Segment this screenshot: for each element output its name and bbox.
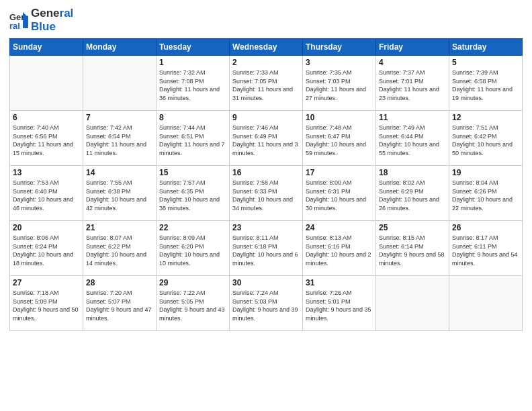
day-info: Sunrise: 7:20 AMSunset: 5:07 PMDaylight:… <box>86 289 153 322</box>
day-number: 28 <box>86 278 153 287</box>
weekday-header-friday: Friday <box>376 39 449 56</box>
calendar-cell <box>376 276 449 331</box>
day-info: Sunrise: 7:53 AMSunset: 6:40 PMDaylight:… <box>13 179 80 212</box>
day-number: 11 <box>379 113 446 122</box>
calendar-cell: 9Sunrise: 7:46 AMSunset: 6:49 PMDaylight… <box>230 111 303 166</box>
logo-general2: ral <box>60 7 74 19</box>
day-info: Sunrise: 7:24 AMSunset: 5:03 PMDaylight:… <box>232 289 300 322</box>
day-number: 26 <box>452 223 519 232</box>
day-info: Sunrise: 7:44 AMSunset: 6:51 PMDaylight:… <box>159 124 226 157</box>
calendar-week-5: 27Sunrise: 7:18 AMSunset: 5:09 PMDayligh… <box>10 276 523 331</box>
logo-icon: Gene ral <box>9 11 28 30</box>
calendar-cell: 16Sunrise: 7:58 AMSunset: 6:33 PMDayligh… <box>230 166 303 221</box>
day-info: Sunrise: 8:09 AMSunset: 6:20 PMDaylight:… <box>159 234 226 267</box>
calendar-cell: 26Sunrise: 8:17 AMSunset: 6:11 PMDayligh… <box>449 221 523 276</box>
day-number: 24 <box>306 223 373 232</box>
day-number: 30 <box>232 278 300 287</box>
day-number: 1 <box>159 58 226 67</box>
day-number: 16 <box>232 168 300 177</box>
day-number: 19 <box>452 168 519 177</box>
day-info: Sunrise: 7:37 AMSunset: 7:01 PMDaylight:… <box>379 68 446 102</box>
weekday-header-monday: Monday <box>83 39 157 56</box>
calendar-week-3: 13Sunrise: 7:53 AMSunset: 6:40 PMDayligh… <box>10 166 523 221</box>
day-number: 3 <box>306 58 373 67</box>
logo-general: Gene <box>31 7 60 19</box>
day-info: Sunrise: 7:33 AMSunset: 7:05 PMDaylight:… <box>232 68 300 102</box>
day-number: 29 <box>159 278 226 287</box>
day-info: Sunrise: 7:55 AMSunset: 6:38 PMDaylight:… <box>86 179 153 212</box>
day-number: 25 <box>379 223 446 232</box>
day-info: Sunrise: 7:40 AMSunset: 6:56 PMDaylight:… <box>13 124 80 157</box>
calendar-cell: 10Sunrise: 7:48 AMSunset: 6:47 PMDayligh… <box>303 111 376 166</box>
day-number: 10 <box>306 113 373 122</box>
day-info: Sunrise: 8:13 AMSunset: 6:16 PMDaylight:… <box>306 234 373 267</box>
day-number: 23 <box>232 223 300 232</box>
calendar-cell: 17Sunrise: 8:00 AMSunset: 6:31 PMDayligh… <box>303 166 376 221</box>
day-number: 17 <box>306 168 373 177</box>
day-info: Sunrise: 8:15 AMSunset: 6:14 PMDaylight:… <box>379 234 446 267</box>
calendar-cell: 6Sunrise: 7:40 AMSunset: 6:56 PMDaylight… <box>10 111 83 166</box>
day-info: Sunrise: 7:46 AMSunset: 6:49 PMDaylight:… <box>232 124 300 157</box>
day-info: Sunrise: 7:58 AMSunset: 6:33 PMDaylight:… <box>232 179 300 212</box>
calendar-cell: 31Sunrise: 7:26 AMSunset: 5:01 PMDayligh… <box>303 276 376 331</box>
day-info: Sunrise: 8:00 AMSunset: 6:31 PMDaylight:… <box>306 179 373 212</box>
weekday-header-row: SundayMondayTuesdayWednesdayThursdayFrid… <box>10 39 523 56</box>
day-info: Sunrise: 7:57 AMSunset: 6:35 PMDaylight:… <box>159 179 226 212</box>
calendar-cell: 13Sunrise: 7:53 AMSunset: 6:40 PMDayligh… <box>10 166 83 221</box>
calendar-cell: 25Sunrise: 8:15 AMSunset: 6:14 PMDayligh… <box>376 221 449 276</box>
day-info: Sunrise: 8:07 AMSunset: 6:22 PMDaylight:… <box>86 234 153 267</box>
weekday-header-sunday: Sunday <box>10 39 83 56</box>
calendar-cell: 19Sunrise: 8:04 AMSunset: 6:26 PMDayligh… <box>449 166 523 221</box>
calendar-cell: 2Sunrise: 7:33 AMSunset: 7:05 PMDaylight… <box>230 56 303 111</box>
day-number: 22 <box>159 223 226 232</box>
day-number: 15 <box>159 168 226 177</box>
calendar-cell: 30Sunrise: 7:24 AMSunset: 5:03 PMDayligh… <box>230 276 303 331</box>
svg-text:ral: ral <box>9 21 20 30</box>
calendar-cell: 7Sunrise: 7:42 AMSunset: 6:54 PMDaylight… <box>83 111 157 166</box>
day-info: Sunrise: 7:42 AMSunset: 6:54 PMDaylight:… <box>86 124 153 157</box>
calendar-table: SundayMondayTuesdayWednesdayThursdayFrid… <box>9 38 523 331</box>
calendar-cell: 23Sunrise: 8:11 AMSunset: 6:18 PMDayligh… <box>230 221 303 276</box>
day-info: Sunrise: 7:32 AMSunset: 7:08 PMDaylight:… <box>159 68 226 102</box>
day-info: Sunrise: 7:49 AMSunset: 6:44 PMDaylight:… <box>379 124 446 157</box>
calendar-cell <box>83 56 157 111</box>
calendar-week-1: 1Sunrise: 7:32 AMSunset: 7:08 PMDaylight… <box>10 56 523 111</box>
day-number: 6 <box>13 113 80 122</box>
day-number: 8 <box>159 113 226 122</box>
day-info: Sunrise: 7:18 AMSunset: 5:09 PMDaylight:… <box>13 289 80 322</box>
calendar-cell: 29Sunrise: 7:22 AMSunset: 5:05 PMDayligh… <box>157 276 230 331</box>
day-info: Sunrise: 7:35 AMSunset: 7:03 PMDaylight:… <box>306 68 373 102</box>
day-info: Sunrise: 7:26 AMSunset: 5:01 PMDaylight:… <box>306 289 373 322</box>
weekday-header-wednesday: Wednesday <box>230 39 303 56</box>
day-info: Sunrise: 8:11 AMSunset: 6:18 PMDaylight:… <box>232 234 300 267</box>
calendar-cell: 4Sunrise: 7:37 AMSunset: 7:01 PMDaylight… <box>376 56 449 111</box>
day-number: 4 <box>379 58 446 67</box>
calendar-cell: 21Sunrise: 8:07 AMSunset: 6:22 PMDayligh… <box>83 221 157 276</box>
day-number: 18 <box>379 168 446 177</box>
day-number: 12 <box>452 113 519 122</box>
day-info: Sunrise: 7:51 AMSunset: 6:42 PMDaylight:… <box>452 124 519 157</box>
day-number: 9 <box>232 113 300 122</box>
calendar-cell: 20Sunrise: 8:06 AMSunset: 6:24 PMDayligh… <box>10 221 83 276</box>
calendar-cell: 15Sunrise: 7:57 AMSunset: 6:35 PMDayligh… <box>157 166 230 221</box>
day-info: Sunrise: 7:22 AMSunset: 5:05 PMDaylight:… <box>159 289 226 322</box>
calendar-week-2: 6Sunrise: 7:40 AMSunset: 6:56 PMDaylight… <box>10 111 523 166</box>
calendar-cell: 11Sunrise: 7:49 AMSunset: 6:44 PMDayligh… <box>376 111 449 166</box>
weekday-header-saturday: Saturday <box>449 39 523 56</box>
day-info: Sunrise: 8:06 AMSunset: 6:24 PMDaylight:… <box>13 234 80 267</box>
calendar-cell: 8Sunrise: 7:44 AMSunset: 6:51 PMDaylight… <box>157 111 230 166</box>
day-number: 7 <box>86 113 153 122</box>
calendar-cell <box>449 276 523 331</box>
weekday-header-tuesday: Tuesday <box>157 39 230 56</box>
day-number: 5 <box>452 58 519 67</box>
calendar-cell: 3Sunrise: 7:35 AMSunset: 7:03 PMDaylight… <box>303 56 376 111</box>
calendar-cell: 12Sunrise: 7:51 AMSunset: 6:42 PMDayligh… <box>449 111 523 166</box>
page-header: Gene ral General Blue <box>9 7 523 33</box>
calendar-cell: 14Sunrise: 7:55 AMSunset: 6:38 PMDayligh… <box>83 166 157 221</box>
calendar-cell: 28Sunrise: 7:20 AMSunset: 5:07 PMDayligh… <box>83 276 157 331</box>
day-number: 2 <box>232 58 300 67</box>
day-info: Sunrise: 8:04 AMSunset: 6:26 PMDaylight:… <box>452 179 519 212</box>
svg-rect-3 <box>23 17 28 28</box>
calendar-cell: 27Sunrise: 7:18 AMSunset: 5:09 PMDayligh… <box>10 276 83 331</box>
day-number: 13 <box>13 168 80 177</box>
